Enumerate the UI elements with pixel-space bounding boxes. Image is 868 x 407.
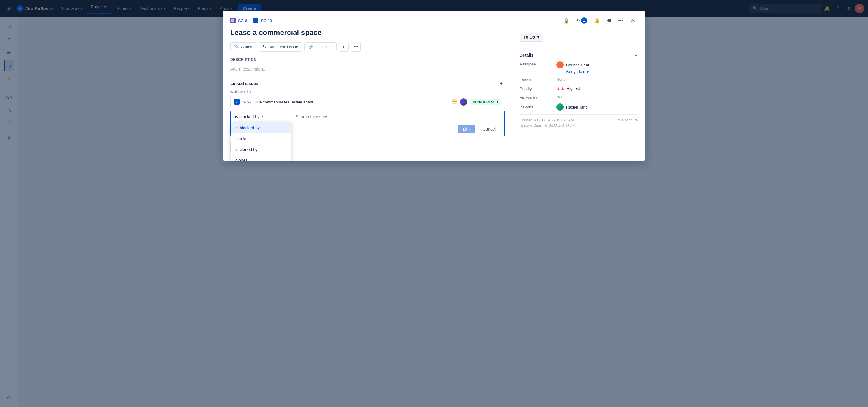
linked-issue-row: ✓ SC-7 Hire commercial real estate agent… — [230, 96, 505, 108]
link-form-row: is blocked by ▾ is blocked by blocks is … — [231, 111, 504, 122]
description-input[interactable]: Add a description... — [230, 64, 505, 74]
dropdown-item-is-blocked-by[interactable]: is blocked by — [231, 122, 291, 133]
breadcrumb-separator: / — [250, 19, 251, 23]
assignee-label: Assignee — [520, 61, 553, 66]
fix-versions-value[interactable]: None — [556, 95, 638, 99]
linked-issues-header: Linked issues + — [230, 80, 505, 87]
description-label: Description — [230, 58, 505, 62]
svg-rect-2 — [265, 47, 267, 48]
created-date: Created May 17, 2022 at 7:28 AM — [520, 118, 575, 122]
link-button[interactable]: Link — [458, 125, 475, 133]
linked-issues-title: Linked issues — [230, 81, 258, 86]
link-search-input[interactable] — [291, 111, 504, 122]
share-button[interactable] — [604, 16, 614, 25]
add-child-issue-button[interactable]: Add a child issue — [258, 42, 302, 52]
watch-count: 1 — [581, 18, 587, 24]
issue-key[interactable]: SC-10 — [261, 19, 272, 23]
assignee-avatar — [556, 61, 564, 68]
more-actions-button[interactable]: ••• — [616, 16, 626, 25]
linked-issues-group-label: is blocked by — [230, 90, 505, 94]
link-icon: 🔗 — [308, 44, 313, 49]
priority-value[interactable]: ▲▲ Highest — [556, 86, 638, 91]
toolbar-dropdown-button[interactable]: ▾ — [339, 42, 349, 52]
labels-value[interactable]: None — [556, 77, 638, 82]
attach-button[interactable]: 📎 Attach — [230, 42, 256, 51]
issue-assignee-avatar — [460, 98, 467, 105]
issue-type-icon: ✓ — [253, 18, 258, 23]
reporter-value: Rachel Tang — [556, 103, 638, 111]
link-type-select: is blocked by ▾ is blocked by blocks is … — [231, 111, 291, 122]
chevron-down-icon: ▾ — [497, 100, 498, 104]
svg-rect-4 — [453, 99, 457, 101]
chevron-down-icon: ▾ — [537, 35, 539, 39]
details-header: Details ▲ — [520, 53, 638, 58]
reporter-label: Reporter — [520, 103, 553, 108]
reporter-row: Reporter Rachel Tang — [520, 103, 638, 111]
parent-issue-key[interactable]: SC-6 — [238, 19, 247, 23]
issue-title[interactable]: Lease a commercial space — [230, 28, 505, 37]
linked-issue-key[interactable]: SC-7 — [243, 100, 252, 104]
watch-button[interactable]: 👁 1 — [574, 16, 590, 25]
details-collapse-button[interactable]: ▲ — [634, 53, 638, 57]
link-type-button[interactable]: is blocked by ▾ — [231, 111, 291, 122]
chevron-down-icon: ▾ — [343, 44, 345, 49]
dropdown-item-is-cloned-by[interactable]: is cloned by — [231, 144, 291, 155]
priority-highest-icon: ▲▲ — [556, 86, 565, 91]
modal-right-panel: To Do ▾ Details ▲ Assignee — [513, 28, 645, 161]
priority-icon — [452, 99, 457, 105]
svg-rect-5 — [453, 102, 457, 104]
thumbsup-button[interactable]: 👍 — [592, 16, 601, 25]
paperclip-icon: 📎 — [234, 44, 239, 49]
chevron-down-icon: ▾ — [262, 115, 264, 119]
close-button[interactable]: ✕ — [628, 16, 638, 25]
status-button[interactable]: To Do ▾ — [520, 33, 543, 41]
fix-versions-label: Fix versions — [520, 95, 553, 100]
child-issue-icon — [262, 44, 267, 50]
modal-action-buttons: 🔒 👁 1 👍 ••• ✕ — [561, 16, 638, 25]
metadata-section: Created May 17, 2022 at 7:28 AM Updated … — [520, 114, 638, 129]
svg-rect-3 — [453, 101, 457, 102]
assignee-name-row: Corinne Dent — [556, 61, 638, 68]
updated-date: Updated June 10, 2022 at 3:13 AM — [520, 124, 575, 128]
parent-issue-type-icon — [230, 18, 236, 23]
modal-overlay: SC-6 / ✓ SC-10 🔒 👁 1 👍 ••• ✕ — [0, 0, 868, 407]
reporter-avatar — [556, 103, 564, 111]
modal-body: Lease a commercial space 📎 Attach Add a … — [223, 28, 645, 161]
add-linked-issue-button[interactable]: + — [498, 80, 505, 87]
linked-issue-summary: Hire commercial real estate agent — [255, 100, 449, 104]
assignee-value: Corinne Dent Assign to me — [556, 61, 638, 73]
configure-button[interactable]: ⚙ Configure — [618, 118, 638, 122]
metadata-row: Created May 17, 2022 at 7:28 AM Updated … — [520, 118, 638, 129]
cancel-button[interactable]: Cancel — [478, 125, 501, 133]
link-type-dropdown: is blocked by blocks is cloned by clones — [231, 122, 291, 161]
svg-rect-1 — [263, 44, 264, 46]
eye-icon: 👁 — [576, 19, 580, 23]
toolbar-more-button[interactable]: ••• — [351, 42, 361, 52]
modal-header: SC-6 / ✓ SC-10 🔒 👁 1 👍 ••• ✕ — [223, 11, 645, 28]
linked-issues-section: Linked issues + is blocked by ✓ SC-7 Hir… — [230, 80, 505, 136]
issue-modal: SC-6 / ✓ SC-10 🔒 👁 1 👍 ••• ✕ — [223, 11, 645, 161]
dropdown-item-blocks[interactable]: blocks — [231, 133, 291, 144]
priority-row: Priority ▲▲ Highest — [520, 86, 638, 91]
metadata-dates: Created May 17, 2022 at 7:28 AM Updated … — [520, 118, 575, 129]
issue-status-badge[interactable]: IN PROGRESS ▾ — [470, 99, 501, 105]
description-section: Description Add a description... — [230, 58, 505, 74]
more-icon: ••• — [354, 44, 358, 49]
details-section: Details ▲ Assignee Corinne Dent Assign t… — [520, 48, 638, 111]
issue-type-task-icon: ✓ — [234, 99, 240, 105]
link-issue-button[interactable]: 🔗 Link issue — [304, 42, 337, 51]
lock-button[interactable]: 🔒 — [561, 16, 571, 25]
dropdown-item-clones[interactable]: clones — [231, 155, 291, 161]
issue-toolbar: 📎 Attach Add a child issue 🔗 Link issue — [230, 42, 505, 52]
labels-label: Labels — [520, 77, 553, 82]
fix-versions-row: Fix versions None — [520, 95, 638, 100]
labels-row: Labels None — [520, 77, 638, 82]
priority-label: Priority — [520, 86, 553, 91]
assignee-row: Assignee Corinne Dent Assign to me — [520, 61, 638, 73]
gear-icon: ⚙ — [618, 118, 621, 122]
assign-to-me-link[interactable]: Assign to me — [566, 69, 638, 73]
breadcrumb: SC-6 / ✓ SC-10 — [230, 18, 272, 23]
modal-left-panel: Lease a commercial space 📎 Attach Add a … — [223, 28, 513, 161]
link-form: is blocked by ▾ is blocked by blocks is … — [230, 111, 505, 136]
details-title: Details — [520, 53, 533, 58]
